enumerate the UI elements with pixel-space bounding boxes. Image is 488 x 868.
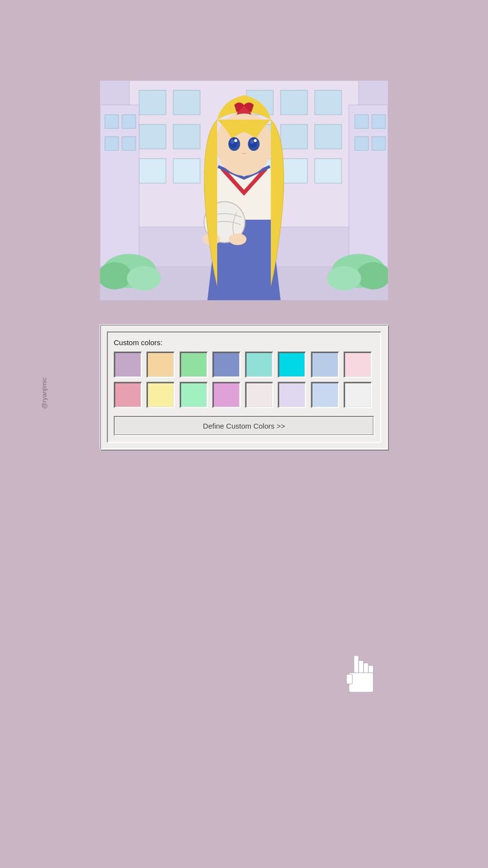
dialog-inner: Custom colors: Define Custom Colors >>: [107, 331, 381, 443]
svg-rect-6: [315, 90, 342, 115]
svg-rect-25: [355, 137, 368, 150]
svg-rect-23: [355, 115, 368, 128]
color-swatch-row1-3[interactable]: [212, 351, 241, 378]
color-grid-row1: [114, 351, 374, 378]
svg-rect-5: [281, 90, 307, 115]
custom-colors-label: Custom colors:: [114, 338, 374, 347]
svg-point-46: [230, 139, 234, 144]
color-grid-row2: [114, 382, 374, 408]
color-swatch-row1-1[interactable]: [146, 351, 175, 378]
svg-rect-20: [105, 137, 119, 150]
svg-rect-15: [281, 159, 307, 183]
svg-point-48: [234, 139, 237, 142]
svg-point-33: [327, 266, 361, 290]
svg-rect-17: [100, 105, 139, 276]
color-swatch-row2-6[interactable]: [311, 382, 339, 408]
color-swatch-row1-6[interactable]: [311, 351, 339, 378]
svg-rect-50: [354, 656, 359, 675]
svg-rect-22: [349, 105, 388, 276]
color-swatch-row1-2[interactable]: [180, 351, 208, 378]
define-custom-colors-button[interactable]: Define Custom Colors >>: [114, 416, 374, 436]
svg-rect-12: [139, 159, 166, 183]
color-swatch-row2-1[interactable]: [146, 382, 175, 408]
svg-point-47: [250, 139, 254, 144]
color-swatch-row1-5[interactable]: [278, 351, 306, 378]
svg-point-30: [127, 266, 161, 290]
color-swatch-row2-4[interactable]: [245, 382, 273, 408]
color-swatch-row1-0[interactable]: [114, 351, 142, 378]
svg-rect-8: [173, 124, 200, 149]
svg-rect-11: [315, 124, 342, 149]
color-picker-dialog: Custom colors: Define Custom Colors >>: [100, 325, 388, 450]
color-swatch-row2-3[interactable]: [212, 382, 241, 408]
svg-rect-55: [346, 674, 352, 684]
svg-rect-21: [122, 137, 136, 150]
svg-rect-18: [105, 115, 119, 128]
color-swatch-row2-2[interactable]: [180, 382, 208, 408]
watermark-text: @ryanjimic: [41, 377, 48, 409]
svg-rect-3: [173, 90, 200, 115]
svg-rect-13: [173, 159, 200, 183]
svg-rect-16: [315, 159, 342, 183]
color-swatch-row2-7[interactable]: [344, 382, 372, 408]
color-swatch-row1-7[interactable]: [344, 351, 372, 378]
svg-point-49: [254, 139, 257, 142]
color-swatch-row2-5[interactable]: [278, 382, 306, 408]
color-swatch-row1-4[interactable]: [245, 351, 273, 378]
svg-rect-24: [372, 115, 386, 128]
svg-rect-19: [122, 115, 136, 128]
svg-rect-26: [372, 137, 386, 150]
cursor-hand-icon: [344, 656, 378, 695]
anime-image: [100, 81, 388, 300]
svg-rect-2: [139, 90, 166, 115]
svg-rect-7: [139, 124, 166, 149]
svg-rect-10: [281, 124, 307, 149]
svg-point-39: [229, 233, 246, 245]
color-swatch-row2-0[interactable]: [114, 382, 142, 408]
